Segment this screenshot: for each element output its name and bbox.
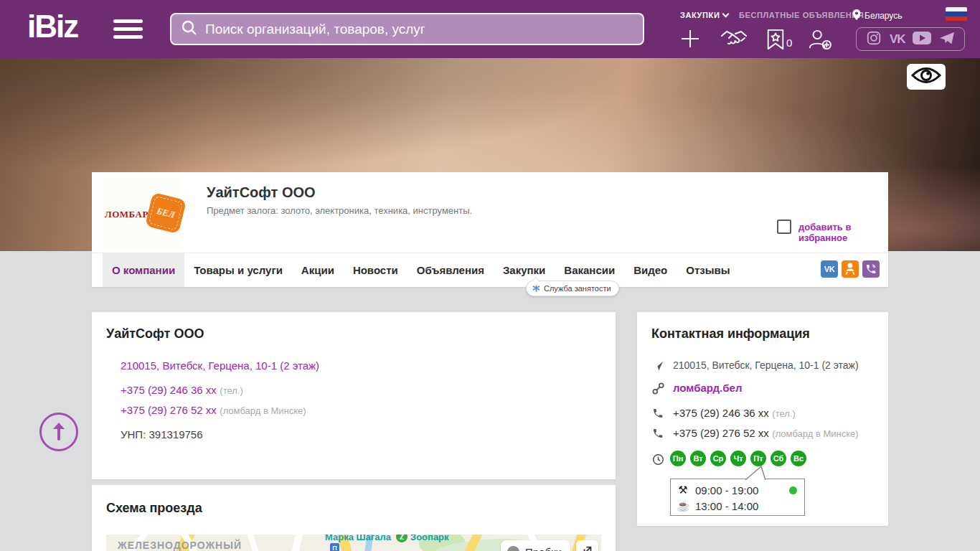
company-website-link[interactable]: ломбард.бел: [673, 382, 742, 394]
working-hours-popup: ⚒ 09:00 - 19:00 ☕ 13:00 - 14:00: [670, 479, 805, 516]
add-favorite-label[interactable]: добавить в избранное: [798, 222, 888, 243]
contact-title: Контактная информация: [651, 326, 810, 342]
hamburger-menu-icon[interactable]: [113, 19, 143, 39]
map-district-label: ЖЕЛЕЗНОДОРОЖНЫЙ: [118, 540, 242, 551]
site-logo[interactable]: iBiz: [27, 9, 77, 44]
map-street-label: Марка Шагала: [325, 534, 391, 542]
working-days: Пн Вт Ср Чт Пт Сб Вс: [670, 451, 806, 466]
company-tabs: О компании Товары и услуги Акции Новости…: [92, 253, 888, 287]
company-tagline: Предмет залога: золото, электроника, тех…: [207, 205, 472, 216]
tab-products[interactable]: Товары и услуги: [184, 253, 292, 287]
lunch-break-icon: ☕: [677, 499, 689, 512]
day-fri[interactable]: Пт: [750, 451, 766, 466]
phone-note: (тел.): [220, 385, 242, 396]
day-wed[interactable]: Ср: [710, 451, 726, 466]
map-expand-button[interactable]: [576, 540, 598, 551]
company-header-card: ЛОМБАРД БЕЛ УайтСофт ООО Предмет залога:…: [92, 172, 888, 287]
asterisk-icon: [532, 284, 540, 293]
add-favorite-checkbox[interactable]: [777, 220, 791, 234]
arrow-up-icon: [50, 420, 68, 444]
link-icon: [651, 382, 664, 395]
clock-icon: [651, 453, 664, 466]
about-title: УайтСофт ООО: [106, 326, 204, 342]
tab-video[interactable]: Видео: [624, 253, 677, 287]
search-input[interactable]: [205, 22, 643, 37]
nav-zakupki[interactable]: ЗАКУПКИ: [680, 11, 728, 19]
youtube-icon[interactable]: [913, 31, 931, 48]
site-header: iBiz ЗАКУПКИ БЕСПЛАТНЫЕ ОБЪЯВЛЕНИЯ Белар…: [0, 0, 980, 58]
phone-icon: [651, 408, 664, 419]
route-title: Схема проезда: [106, 501, 202, 516]
phone-link[interactable]: +375 (29) 246 36 xx: [121, 384, 217, 396]
chevron-down-icon: [722, 11, 730, 18]
eye-icon: [911, 66, 941, 88]
route-map-card: Схема проезда ЖЕЛЕЗНОДОРОЖНЫЙ Марка Шага…: [92, 485, 616, 551]
instagram-icon[interactable]: [866, 30, 882, 49]
accessibility-eye-button[interactable]: [907, 64, 946, 90]
phone-icon: [651, 428, 664, 439]
work-tools-icon: ⚒: [677, 484, 689, 496]
map-canvas[interactable]: ЖЕЛЕЗНОДОРОЖНЫЙ Марка Шагала Z Зоопарк П…: [106, 534, 601, 551]
day-thu[interactable]: Чт: [730, 451, 746, 466]
day-sat[interactable]: Сб: [771, 451, 786, 466]
contact-phone[interactable]: +375 (29) 276 52 xx: [673, 427, 769, 439]
search-icon: [181, 19, 198, 39]
region-selector[interactable]: Беларусь: [852, 9, 902, 22]
transport-stop-icon: П: [330, 543, 339, 551]
phone-note: (ломбард в Минске): [220, 405, 306, 416]
navigation-arrow-icon: [651, 360, 664, 372]
phone-link[interactable]: +375 (29) 276 52 xx: [121, 404, 217, 416]
traffic-toggle-button[interactable]: Пробки: [501, 540, 570, 551]
contact-phone[interactable]: +375 (29) 246 36 xx: [673, 407, 769, 419]
viber-icon[interactable]: [862, 260, 880, 278]
map-poi-label: Z Зоопарк: [396, 534, 449, 542]
day-mon[interactable]: Пн: [670, 451, 686, 466]
tab-about[interactable]: О компании: [103, 253, 184, 287]
traffic-light-icon: [507, 546, 519, 551]
company-logo[interactable]: ЛОМБАРД БЕЛ: [103, 176, 182, 249]
company-unp: УНП: 391319756: [121, 428, 203, 441]
tab-news[interactable]: Новости: [344, 253, 407, 287]
open-now-indicator: [789, 486, 797, 494]
company-social-links: VK: [821, 260, 880, 278]
tab-ads[interactable]: Объявления: [407, 253, 494, 287]
telegram-icon[interactable]: [939, 31, 955, 48]
odnoklassniki-icon[interactable]: [842, 260, 859, 278]
signup-person-add-icon[interactable]: [806, 29, 832, 53]
favorites-count: 0: [786, 37, 792, 49]
contact-info-card: Контактная информация 210015, Витебск, Г…: [637, 312, 888, 526]
tab-promotions[interactable]: Акции: [292, 253, 344, 287]
company-address-link[interactable]: 210015, Витебск, Герцена, 10-1 (2 этаж): [121, 359, 319, 372]
contact-address: 210015, Витебск, Герцена, 10-1 (2 этаж): [673, 359, 859, 371]
logo-badge: БЕЛ: [145, 192, 187, 234]
vk-icon[interactable]: VK: [890, 32, 905, 47]
favorites-bookmark-icon[interactable]: [766, 29, 785, 53]
add-company-plus-icon[interactable]: [680, 29, 700, 52]
language-flag-ru[interactable]: [946, 7, 967, 21]
location-pin-icon: [852, 9, 861, 22]
popup-pointer: [743, 466, 774, 483]
header-social-links: VK: [856, 27, 965, 51]
nav-free-ads[interactable]: БЕСПЛАТНЫЕ ОБЪЯВЛЕНИЯ: [739, 11, 864, 19]
employment-service-tooltip: Служба занятости: [526, 281, 619, 296]
company-name: УайтСофт ООО: [207, 184, 316, 201]
expand-arrows-icon: [582, 545, 593, 551]
vk-icon[interactable]: VK: [821, 260, 838, 278]
partners-handshake-icon[interactable]: [720, 29, 748, 54]
zoo-poi-icon: Z: [396, 534, 407, 542]
scroll-to-top-button[interactable]: [39, 413, 78, 451]
day-sun[interactable]: Вс: [791, 451, 806, 466]
about-card: УайтСофт ООО 210015, Витебск, Герцена, 1…: [92, 312, 616, 479]
tab-reviews[interactable]: Отзывы: [677, 253, 739, 287]
day-tue[interactable]: Вт: [690, 451, 706, 466]
search-bar: [170, 13, 644, 45]
break-hours: 13:00 - 14:00: [695, 500, 758, 512]
work-hours: 09:00 - 19:00: [695, 484, 758, 496]
